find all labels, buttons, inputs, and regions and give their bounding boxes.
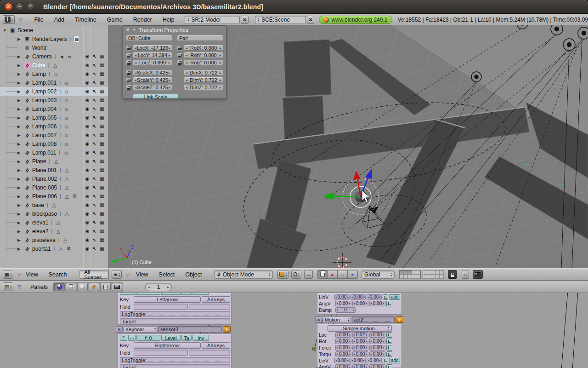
all-keys-button[interactable]: All keys [202, 342, 230, 349]
sensor-name-field[interactable]: sensor3 [158, 326, 222, 333]
menu-item[interactable]: Timeline [75, 17, 96, 23]
value-field[interactable]: 0.00 [334, 358, 350, 363]
value-field[interactable]: 0.00 [367, 294, 382, 300]
menu-item[interactable]: Add [54, 17, 64, 23]
restrict-view-icon[interactable]: ◉ [84, 211, 91, 216]
screen-close-button[interactable]: × [241, 16, 249, 24]
restrict-select-icon[interactable]: ↖ [91, 159, 98, 164]
rot-field[interactable]: RotX: 0.000 [184, 45, 223, 51]
restrict-select-icon[interactable]: ↖ [91, 63, 98, 68]
local-toggle-button[interactable]: L [386, 351, 392, 357]
restrict-view-icon[interactable]: ◉ [84, 159, 91, 164]
restrict-view-icon[interactable]: ◉ [84, 202, 91, 207]
outliner-search-menu[interactable]: Search [49, 271, 67, 278]
restrict-select-icon[interactable]: ↖ [91, 150, 98, 155]
hold-field-2[interactable] [189, 350, 230, 356]
pulse-true-button[interactable]: ‴ [120, 335, 127, 341]
menu-item[interactable]: Select [159, 271, 175, 278]
translate-manipulator-button[interactable]: ▲ [328, 270, 338, 279]
outliner-row[interactable]: ▣ RenderLayers | ▩ ◉ ↖ ▦ [0, 34, 108, 43]
outliner-row[interactable]: ⇄ Cube | △ ◉ ↖ ▦ [0, 61, 108, 69]
scene-selector[interactable]: ▴▾ SCE:Scene [255, 16, 306, 24]
restrict-view-icon[interactable]: ◉ [84, 132, 91, 138]
value-field[interactable]: 0.00 [352, 364, 368, 368]
local-toggle-button[interactable]: L [386, 345, 392, 351]
restrict-render-icon[interactable]: ▦ [98, 202, 106, 207]
value-field[interactable]: 0.00 [335, 301, 351, 306]
collapse-menu-icon[interactable]: ▽ [19, 17, 23, 22]
restrict-select-icon[interactable]: ↖ [91, 229, 98, 234]
actuator-type-dropdown[interactable]: Motion▴▾ [323, 316, 351, 323]
delete-sensor-button[interactable]: × [116, 326, 123, 333]
lock-layers-button[interactable] [448, 270, 457, 279]
target-field[interactable]: Target: [120, 364, 230, 368]
logic-context-button[interactable] [54, 283, 65, 291]
mode-dropdown[interactable]: ⇄ Object Mode ▴▾ [214, 270, 273, 279]
actuator-block-prev[interactable]: LinV 0.00 0.00 0.00 L add AngV 0.00 0.00… [317, 293, 402, 315]
key-value-button[interactable]: Rightarrow [134, 342, 201, 349]
value-field[interactable]: 0.00 [335, 339, 351, 344]
proportional-edit-button[interactable]: ↔ [304, 270, 313, 279]
restrict-render-icon[interactable]: ▦ [98, 246, 106, 251]
restrict-render-icon[interactable]: ▦ [98, 80, 106, 85]
restrict-render-icon[interactable]: ▦ [98, 106, 106, 111]
actuator-block[interactable]: Simple motion▴▾ Loc 0.00 0.02 0.00 L Rot [317, 324, 402, 368]
value-field[interactable]: 0.00 [369, 332, 385, 338]
lock-icon[interactable] [126, 45, 132, 51]
panel-collapse-icon[interactable]: ▼ [132, 28, 136, 31]
hold-field-2[interactable] [189, 304, 230, 310]
restrict-select-icon[interactable]: ↖ [91, 141, 98, 146]
dim-field[interactable]: DimX: 0.722 [184, 69, 223, 76]
lock-icon[interactable] [126, 85, 132, 91]
restrict-render-icon[interactable]: ▦ [98, 71, 106, 76]
transform-properties-panel[interactable]: × ▼ Transform Properties OB: Cube Par: L… [123, 25, 226, 99]
ob-field[interactable]: OB: Cube [126, 35, 172, 41]
outliner-view-menu[interactable]: View [26, 271, 38, 278]
value-field[interactable]: 0.00 [335, 351, 351, 357]
motion-mode-dropdown[interactable]: Simple motion▴▾ [328, 325, 392, 332]
menu-item[interactable]: Game [107, 17, 123, 23]
outliner-row[interactable]: ⇄ Lamp.007 | ☼ ◉ ↖ ▦ [0, 131, 108, 139]
outliner-row[interactable]: ⇄ Plane.002 | △ ◉ ↖ ▦ [0, 174, 108, 183]
menu-item[interactable]: Help [163, 17, 175, 23]
all-keys-button[interactable]: All keys [202, 296, 230, 303]
value-field[interactable]: 0.00 [352, 345, 368, 351]
titlebar[interactable]: × − Blender [/home/suanero/Documentos/Ar… [0, 0, 588, 14]
menu-item[interactable]: Object [185, 271, 202, 278]
screen-selector[interactable]: ▴▾ SR:2-Model [185, 16, 240, 24]
outliner-row[interactable]: ⇄ Plane.006 | △⚙ ◉ ↖ ▦ [0, 192, 108, 201]
viewport-type-button[interactable]: ⊞▴▾ [112, 270, 122, 279]
minimize-button[interactable]: − [16, 3, 23, 11]
actuator-name-field[interactable]: act2 [352, 316, 395, 323]
restrict-view-icon[interactable]: ◉ [84, 80, 91, 85]
manipulator-hand-button[interactable] [317, 270, 328, 279]
restrict-view-icon[interactable]: ◉ [84, 98, 91, 103]
pivot-button[interactable]: Ω▴▾ [291, 270, 301, 279]
restrict-render-icon[interactable]: ▦ [98, 124, 106, 129]
restrict-view-icon[interactable]: ◉ [84, 115, 91, 120]
restrict-view-icon[interactable]: ◉ [84, 106, 91, 111]
dim-field[interactable]: DimY: 0.722 [184, 77, 223, 83]
viewport-3d[interactable]: Y X Z (1) Cube × ▼ Transform Properties … [109, 25, 588, 268]
expander-icon[interactable] [17, 63, 23, 68]
dim-field[interactable]: DimZ: 0.722 [184, 84, 223, 91]
outliner-type-button[interactable]: ▦▴▾ [3, 270, 13, 279]
restrict-select-icon[interactable]: ↖ [91, 211, 98, 216]
restrict-view-icon[interactable]: ◉ [84, 54, 91, 59]
shading-context-button[interactable] [77, 283, 88, 291]
local-toggle-button[interactable]: L [386, 364, 392, 368]
restrict-view-icon[interactable]: ◉ [84, 246, 91, 251]
outliner-row[interactable]: ⇄ eleva1 | △ ◉ ↖ ▦ [0, 218, 108, 227]
value-field[interactable]: 0.02 [352, 332, 368, 338]
outliner-row[interactable]: ⇄ Lamp.001 | ☼ ◉ ↖ ▦ [0, 78, 108, 87]
maximize-button[interactable] [27, 3, 34, 11]
restrict-view-icon[interactable]: ◉ [84, 167, 91, 172]
value-field[interactable]: 0.00 [351, 358, 366, 363]
expander-icon[interactable] [17, 37, 23, 41]
editing-context-button[interactable] [100, 283, 111, 291]
panel-header[interactable]: × ▼ Transform Properties [123, 26, 226, 34]
restrict-select-icon[interactable]: ↖ [91, 106, 98, 111]
restrict-view-icon[interactable]: ◉ [84, 71, 91, 76]
close-button[interactable]: × [5, 3, 12, 11]
add-toggle-button[interactable]: add [389, 358, 400, 363]
